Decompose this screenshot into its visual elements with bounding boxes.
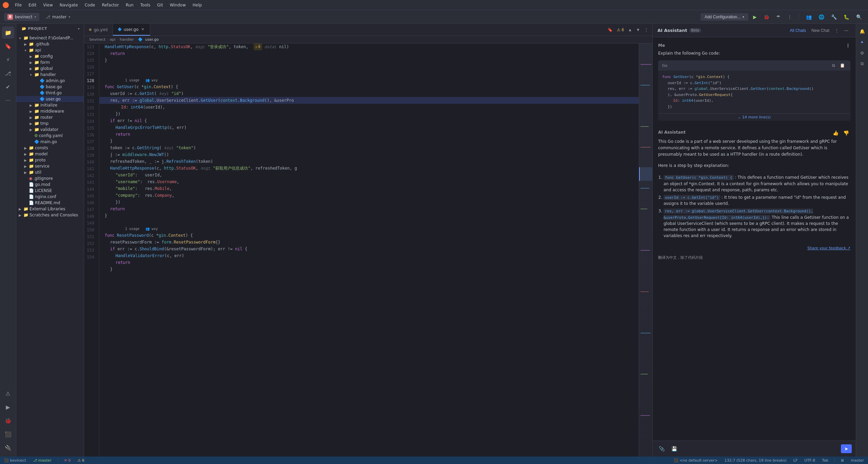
- status-warnings[interactable]: ⚠ 6: [76, 458, 86, 463]
- tab-action-bookmark[interactable]: 🔖: [606, 27, 614, 33]
- tree-item-config-yaml[interactable]: ▶ ⚙ config.yaml: [16, 133, 84, 139]
- menu-tools[interactable]: Tools: [138, 2, 153, 8]
- tree-item-global[interactable]: ▶ 📁 global: [16, 65, 84, 72]
- tree-item-util[interactable]: ▶ 📁 util: [16, 169, 84, 175]
- ai-header-more-button[interactable]: ⋮: [832, 27, 842, 34]
- menu-window[interactable]: Window: [167, 2, 189, 8]
- search-toolbar-button[interactable]: 🔍: [854, 13, 864, 21]
- add-configuration-button[interactable]: Add Configuration... ▾: [701, 13, 748, 21]
- menu-code[interactable]: Code: [82, 2, 98, 8]
- right-settings-icon[interactable]: ⚙: [857, 48, 867, 58]
- tree-item-api[interactable]: ▾ 📁 api: [16, 47, 84, 53]
- tree-item-model[interactable]: ▶ 📁 model: [16, 151, 84, 157]
- breadcrumb-user-go[interactable]: 🔷 user.go: [138, 37, 159, 42]
- users-button[interactable]: 👥: [804, 13, 814, 21]
- status-master-branch[interactable]: master: [849, 458, 865, 463]
- breadcrumb-bevinect[interactable]: bevinect: [90, 37, 105, 42]
- menu-view[interactable]: View: [40, 2, 55, 8]
- tree-item-bevinect[interactable]: ▾ 📁 bevinect F:\GolandP...: [16, 35, 84, 41]
- sidebar-header[interactable]: 📂 Project ▾: [16, 24, 84, 34]
- tab-go-yml[interactable]: ⚙ go.yml: [84, 24, 113, 36]
- ai-save-button[interactable]: 💾: [669, 445, 679, 453]
- status-git-branch[interactable]: ⎇ master: [32, 458, 53, 463]
- code-content[interactable]: HandleHttpResponse(c, http.StatusOK, msg…: [99, 43, 639, 457]
- ai-panel-minimize-button[interactable]: —: [842, 27, 851, 34]
- tree-item-third-go[interactable]: ▶ 🔷 third.go: [16, 90, 84, 96]
- tree-item-proto[interactable]: ▶ 📁 proto: [16, 157, 84, 163]
- menu-navigate[interactable]: Navigate: [57, 2, 81, 8]
- tree-item-user-go[interactable]: ▶ 🔷 user.go: [16, 96, 84, 102]
- feedback-link[interactable]: Share your feedback ↗: [807, 246, 850, 250]
- debug-button[interactable]: 🐞: [762, 13, 771, 21]
- activity-debug-icon[interactable]: 🐞: [2, 414, 14, 427]
- tree-item-service[interactable]: ▶ 📁 service: [16, 163, 84, 169]
- tab-user-go[interactable]: 🔷 user.go ✕: [113, 24, 150, 36]
- tab-action-down[interactable]: ▼: [635, 27, 642, 33]
- tree-item-gitignore[interactable]: ▶ ◉ .gitignore: [16, 175, 84, 181]
- activity-structure-icon[interactable]: ⚡: [2, 54, 14, 66]
- breadcrumb-api[interactable]: api: [110, 37, 116, 42]
- status-cursor[interactable]: 132:7 (528 chars, 19 line breaks): [723, 458, 788, 463]
- status-encoding[interactable]: UTF-8: [803, 458, 816, 463]
- bug-button[interactable]: 🐛: [842, 13, 851, 21]
- activity-problems-icon[interactable]: ⚠: [2, 387, 14, 400]
- tree-item-tmp[interactable]: ▶ 📁 tmp: [16, 120, 84, 127]
- status-breadcrumb-bottom[interactable]: ⬛ <no default server>: [672, 458, 719, 463]
- tree-item-consts[interactable]: ▶ 📁 consts: [16, 145, 84, 151]
- right-copy-icon[interactable]: ⧉: [857, 59, 867, 69]
- tree-item-form[interactable]: ▶ 📁 form: [16, 59, 84, 65]
- menu-git[interactable]: Git: [154, 2, 165, 8]
- tree-item-scratches[interactable]: ▶ 📁 Scratches and Consoles: [16, 212, 84, 218]
- activity-todo-icon[interactable]: ✔: [2, 81, 14, 93]
- activity-more-icon[interactable]: ···: [2, 94, 14, 107]
- tree-item-github[interactable]: ▶ 📁 .github: [16, 41, 84, 47]
- activity-plugins-icon[interactable]: 🔌: [2, 442, 14, 454]
- menu-file[interactable]: File: [12, 2, 24, 8]
- tree-item-config[interactable]: ▶ 📁 config: [16, 53, 84, 59]
- menu-run[interactable]: Run: [123, 2, 136, 8]
- tools-button[interactable]: 🔧: [829, 13, 839, 21]
- right-ai-icon[interactable]: ✦: [857, 37, 867, 47]
- new-chat-button[interactable]: New Chat: [809, 27, 832, 34]
- tab-action-more[interactable]: ⋮: [643, 27, 650, 33]
- ai-thumbs-down-button[interactable]: 👎: [842, 130, 850, 136]
- menu-refactor[interactable]: Refactor: [99, 2, 121, 8]
- menu-help[interactable]: Help: [190, 2, 204, 8]
- activity-terminal-icon[interactable]: ⬛: [2, 428, 14, 440]
- tree-item-router[interactable]: ▶ 📁 router: [16, 114, 84, 120]
- coverage-button[interactable]: ☂: [774, 13, 783, 21]
- ai-attach-button[interactable]: 📎: [657, 445, 667, 453]
- menu-edit[interactable]: Edit: [26, 2, 39, 8]
- all-chats-button[interactable]: All Chats: [787, 27, 809, 34]
- translate-button[interactable]: 🌐: [816, 13, 826, 21]
- right-notifications-icon[interactable]: 🔔: [857, 26, 867, 36]
- tree-item-initialize[interactable]: ▶ 📁 initialize: [16, 102, 84, 108]
- status-indent[interactable]: Tab: [821, 458, 830, 463]
- breadcrumb-handler[interactable]: handler: [120, 37, 134, 42]
- tree-item-go-mod[interactable]: ▶ 📄 go.mod: [16, 181, 84, 188]
- tree-item-base-go[interactable]: ▶ 🔷 base.go: [16, 84, 84, 90]
- code-block-expand[interactable]: ⌄ 14 more line(s): [658, 113, 850, 121]
- tree-item-middleware[interactable]: ▶ 📁 middleware: [16, 108, 84, 114]
- tree-item-validator[interactable]: ▶ 📁 validator: [16, 127, 84, 133]
- tree-item-readme[interactable]: ▶ 📄 README.md: [16, 200, 84, 206]
- activity-run-icon[interactable]: ▶: [2, 401, 14, 413]
- status-project[interactable]: ⬛ bevinect: [3, 458, 27, 463]
- code-block-insert-button[interactable]: 📋: [839, 62, 846, 69]
- tree-item-handler[interactable]: ▾ 📁 handler: [16, 72, 84, 78]
- status-line-ending[interactable]: LF: [792, 458, 799, 463]
- ai-thumbs-up-button[interactable]: 👍: [831, 130, 840, 136]
- activity-git-icon[interactable]: ⎇: [2, 67, 14, 79]
- scrollbar-minimap[interactable]: [639, 43, 652, 457]
- tab-action-warning[interactable]: ⚠ 6: [615, 27, 625, 33]
- code-block-copy-button[interactable]: ⧉: [831, 62, 836, 69]
- run-button[interactable]: ▶: [751, 13, 759, 21]
- tree-item-main-go[interactable]: ▶ 🔷 main.go: [16, 139, 84, 145]
- tree-item-license[interactable]: ▶ 📄 LICENSE: [16, 188, 84, 194]
- tree-item-admin-go[interactable]: ▶ 🔷 admin.go: [16, 78, 84, 84]
- tree-item-nginx-conf[interactable]: ▶ 📄 nginx.conf: [16, 194, 84, 200]
- user-message-more[interactable]: ⋮: [846, 43, 850, 48]
- tab-close-user-go[interactable]: ✕: [141, 27, 145, 32]
- activity-bookmark-icon[interactable]: 🔖: [2, 40, 14, 52]
- tree-item-ext-libs[interactable]: ▶ 📁 External Libraries: [16, 206, 84, 212]
